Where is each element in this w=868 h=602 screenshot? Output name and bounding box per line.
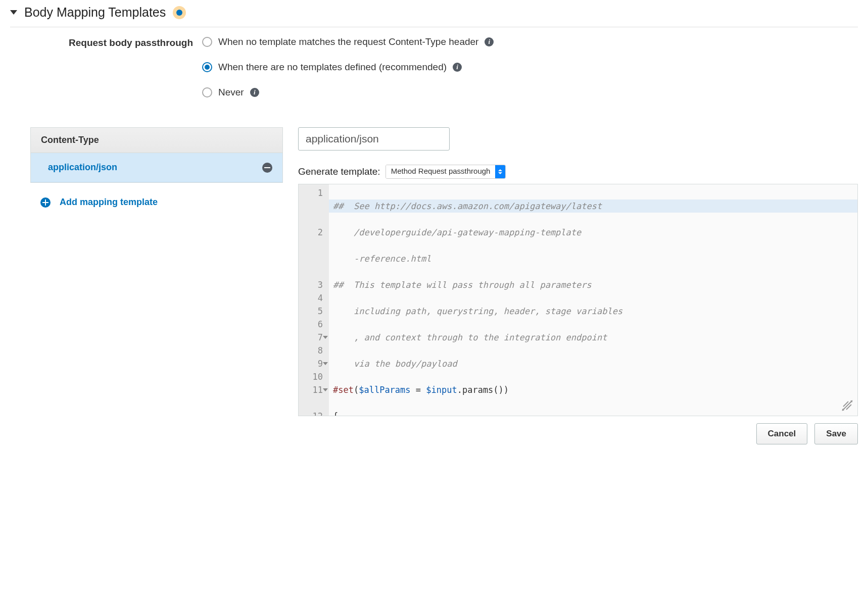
- editor-code[interactable]: ## See http://docs.aws.amazon.com/apigat…: [329, 184, 857, 416]
- content-type-row[interactable]: application/json: [31, 153, 282, 182]
- info-icon[interactable]: i: [250, 88, 259, 97]
- select-arrows-icon: [495, 165, 505, 178]
- radio-icon[interactable]: [202, 37, 212, 47]
- radio-icon[interactable]: [202, 62, 212, 72]
- code-editor[interactable]: 1 2 3 4 5 6 7 8 9 10 11 12 13 ## Se: [298, 184, 858, 416]
- footer-buttons: Cancel Save: [298, 416, 858, 455]
- generate-label: Generate template:: [298, 166, 380, 177]
- info-icon[interactable]: i: [485, 37, 494, 46]
- plus-icon: [40, 197, 51, 208]
- section-status-indicator-icon: [173, 6, 186, 19]
- passthrough-option-1[interactable]: When there are no templates defined (rec…: [202, 62, 858, 73]
- content-type-header: Content-Type: [31, 128, 282, 153]
- generate-template-select[interactable]: Method Request passthrough: [385, 165, 506, 179]
- passthrough-radio-group: When no template matches the request Con…: [202, 36, 858, 112]
- content-type-row-label: application/json: [48, 162, 117, 173]
- collapse-caret-icon[interactable]: [10, 10, 17, 15]
- template-editor-panel: Generate template: Method Request passth…: [298, 127, 858, 455]
- content-type-table: Content-Type application/json: [30, 127, 283, 183]
- passthrough-row: Request body passthrough When no templat…: [10, 36, 858, 112]
- passthrough-label: Request body passthrough: [10, 36, 202, 48]
- section-header: Body Mapping Templates: [10, 0, 858, 27]
- editor-gutter: 1 2 3 4 5 6 7 8 9 10 11 12 13: [299, 184, 329, 416]
- content-type-input[interactable]: [298, 127, 450, 150]
- resize-icon[interactable]: [841, 399, 853, 412]
- content-row: Content-Type application/json Add mappin…: [10, 127, 858, 455]
- remove-icon[interactable]: [262, 163, 272, 173]
- passthrough-option-2[interactable]: Never i: [202, 87, 858, 98]
- add-mapping-template-button[interactable]: Add mapping template: [30, 183, 283, 222]
- passthrough-option-0[interactable]: When no template matches the request Con…: [202, 36, 858, 47]
- generate-selected-value: Method Request passthrough: [386, 165, 496, 178]
- section-title: Body Mapping Templates: [24, 5, 166, 20]
- generate-row: Generate template: Method Request passth…: [298, 165, 858, 179]
- info-icon[interactable]: i: [453, 63, 462, 72]
- save-button[interactable]: Save: [814, 423, 858, 444]
- cancel-button[interactable]: Cancel: [756, 423, 808, 444]
- radio-label: When there are no templates defined (rec…: [218, 62, 447, 73]
- add-mapping-template-label: Add mapping template: [60, 197, 158, 208]
- radio-label: When no template matches the request Con…: [218, 36, 478, 47]
- radio-icon[interactable]: [202, 87, 212, 97]
- content-type-panel: Content-Type application/json Add mappin…: [30, 127, 283, 222]
- radio-label: Never: [218, 87, 244, 98]
